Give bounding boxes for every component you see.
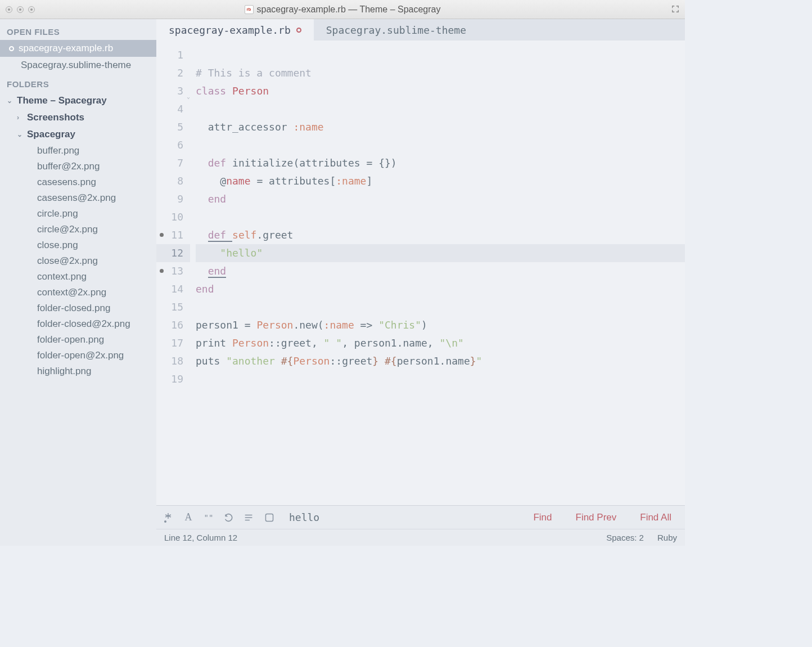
chevron-right-icon: › bbox=[17, 114, 24, 122]
titlebar: rb spacegray-example.rb — Theme – Spaceg… bbox=[0, 0, 685, 19]
dirty-indicator-icon bbox=[296, 28, 301, 33]
line-number[interactable]: 12 bbox=[156, 244, 190, 262]
code-line[interactable]: puts "another #{Person::greet} #{person1… bbox=[196, 352, 685, 370]
tabbar[interactable]: spacegray-example.rbSpacegray.sublime-th… bbox=[156, 19, 685, 41]
find-button[interactable]: Find bbox=[525, 512, 560, 523]
line-number[interactable]: 4 bbox=[156, 100, 190, 118]
code-line[interactable]: @name = attributes[:name] bbox=[196, 172, 685, 190]
file-item[interactable]: circle.png bbox=[0, 206, 156, 222]
line-number[interactable]: 3⌄ bbox=[156, 82, 190, 100]
code-line[interactable]: def initialize(attributes = {}) bbox=[196, 154, 685, 172]
folder-label: Spacegray bbox=[27, 129, 75, 140]
code-line[interactable] bbox=[196, 100, 685, 118]
line-number[interactable]: 7 bbox=[156, 154, 190, 172]
code-line[interactable]: "hello" bbox=[196, 244, 685, 262]
file-item[interactable]: folder-closed.png bbox=[0, 300, 156, 316]
file-item[interactable]: highlight.png bbox=[0, 363, 156, 379]
code-line[interactable] bbox=[196, 136, 685, 154]
file-item[interactable]: buffer.png bbox=[0, 143, 156, 159]
find-prev-button[interactable]: Find Prev bbox=[568, 512, 625, 523]
close-window-button[interactable] bbox=[6, 6, 12, 13]
open-file-item[interactable]: spacegray-example.rb bbox=[0, 40, 156, 57]
main-area: OPEN FILES spacegray-example.rbSpacegray… bbox=[0, 19, 685, 546]
line-number[interactable]: 19 bbox=[156, 370, 190, 388]
file-item[interactable]: circle@2x.png bbox=[0, 222, 156, 237]
file-item[interactable]: context@2x.png bbox=[0, 285, 156, 300]
code-line[interactable] bbox=[196, 208, 685, 226]
code-content[interactable]: # This is a commentclass Person attr_acc… bbox=[190, 41, 685, 505]
line-number[interactable]: 17 bbox=[156, 334, 190, 352]
file-item[interactable]: folder-open@2x.png bbox=[0, 348, 156, 363]
svg-rect-1 bbox=[265, 514, 273, 521]
line-number[interactable]: 16 bbox=[156, 316, 190, 334]
line-number[interactable]: 13 bbox=[156, 262, 190, 280]
status-spaces[interactable]: Spaces: 2 bbox=[606, 533, 644, 542]
folder-root-label: Theme – Spacegray bbox=[17, 95, 107, 106]
code-line[interactable] bbox=[196, 370, 685, 388]
status-syntax[interactable]: Ruby bbox=[657, 533, 677, 542]
minimize-window-button[interactable] bbox=[17, 6, 24, 13]
open-file-label: Spacegray.sublime-theme bbox=[21, 60, 131, 71]
file-item[interactable]: close.png bbox=[0, 237, 156, 253]
line-number[interactable]: 11 bbox=[156, 226, 190, 244]
chevron-down-icon: ⌄ bbox=[17, 131, 24, 138]
file-item[interactable]: casesens@2x.png bbox=[0, 190, 156, 206]
file-item[interactable]: buffer@2x.png bbox=[0, 159, 156, 174]
editor: spacegray-example.rbSpacegray.sublime-th… bbox=[156, 19, 685, 546]
find-all-button[interactable]: Find All bbox=[632, 512, 679, 523]
line-number[interactable]: 1 bbox=[156, 46, 190, 64]
line-number[interactable]: 8 bbox=[156, 172, 190, 190]
code-line[interactable] bbox=[196, 298, 685, 316]
whole-word-toggle-icon[interactable]: "" bbox=[202, 511, 215, 524]
code-line[interactable]: attr_accessor :name bbox=[196, 118, 685, 136]
find-input[interactable]: hello bbox=[289, 511, 517, 523]
line-number[interactable]: 14 bbox=[156, 280, 190, 298]
code-line[interactable]: end bbox=[196, 280, 685, 298]
tab-label: spacegray-example.rb bbox=[169, 24, 291, 36]
file-item[interactable]: context.png bbox=[0, 269, 156, 285]
fullscreen-icon[interactable] bbox=[671, 5, 679, 13]
code-line[interactable]: end bbox=[196, 190, 685, 208]
code-line[interactable]: print Person::greet, " ", person1.name, … bbox=[196, 334, 685, 352]
highlight-toggle-icon[interactable] bbox=[263, 511, 276, 524]
gutter[interactable]: 123⌄45678910111213141516171819 bbox=[156, 41, 190, 505]
regex-toggle-icon[interactable] bbox=[162, 511, 174, 524]
chevron-down-icon: ⌄ bbox=[7, 97, 13, 105]
case-sensitive-toggle-icon[interactable]: A bbox=[182, 511, 195, 524]
line-number[interactable]: 6 bbox=[156, 136, 190, 154]
file-item[interactable]: casesens.png bbox=[0, 174, 156, 190]
statusbar: Line 12, Column 12 Spaces: 2 Ruby bbox=[156, 529, 685, 546]
tab[interactable]: spacegray-example.rb bbox=[156, 19, 314, 41]
folder-item[interactable]: ⌄Spacegray bbox=[0, 126, 156, 143]
file-item[interactable]: close@2x.png bbox=[0, 253, 156, 269]
gutter-mark-icon bbox=[160, 269, 164, 273]
line-number[interactable]: 2 bbox=[156, 64, 190, 82]
open-file-item[interactable]: Spacegray.sublime-theme bbox=[0, 57, 156, 74]
line-number[interactable]: 5 bbox=[156, 118, 190, 136]
code-line[interactable]: class Person bbox=[196, 82, 685, 100]
status-position[interactable]: Line 12, Column 12 bbox=[164, 533, 237, 542]
wrap-toggle-icon[interactable] bbox=[223, 511, 235, 524]
tab[interactable]: Spacegray.sublime-theme bbox=[314, 19, 479, 41]
line-number[interactable]: 18 bbox=[156, 352, 190, 370]
svg-point-0 bbox=[164, 520, 166, 523]
code-area[interactable]: 123⌄45678910111213141516171819 # This is… bbox=[156, 41, 685, 505]
code-line[interactable]: end bbox=[196, 262, 685, 280]
sidebar[interactable]: OPEN FILES spacegray-example.rbSpacegray… bbox=[0, 19, 156, 546]
file-item[interactable]: folder-closed@2x.png bbox=[0, 316, 156, 332]
folder-item[interactable]: ›Screenshots bbox=[0, 109, 156, 126]
line-number[interactable]: 9 bbox=[156, 190, 190, 208]
zoom-window-button[interactable] bbox=[28, 6, 35, 13]
code-line[interactable]: # This is a comment bbox=[196, 64, 685, 82]
code-line[interactable] bbox=[196, 46, 685, 64]
code-line[interactable]: person1 = Person.new(:name => "Chris") bbox=[196, 316, 685, 334]
line-number[interactable]: 10 bbox=[156, 208, 190, 226]
window-title: rb spacegray-example.rb — Theme – Spaceg… bbox=[0, 5, 685, 15]
code-line[interactable]: def self.greet bbox=[196, 226, 685, 244]
folders-header: FOLDERS bbox=[0, 74, 156, 92]
line-number[interactable]: 15 bbox=[156, 298, 190, 316]
folder-root[interactable]: ⌄ Theme – Spacegray bbox=[0, 92, 156, 109]
file-item[interactable]: folder-open.png bbox=[0, 332, 156, 348]
open-file-label: spacegray-example.rb bbox=[19, 43, 113, 54]
in-selection-toggle-icon[interactable] bbox=[243, 511, 255, 524]
